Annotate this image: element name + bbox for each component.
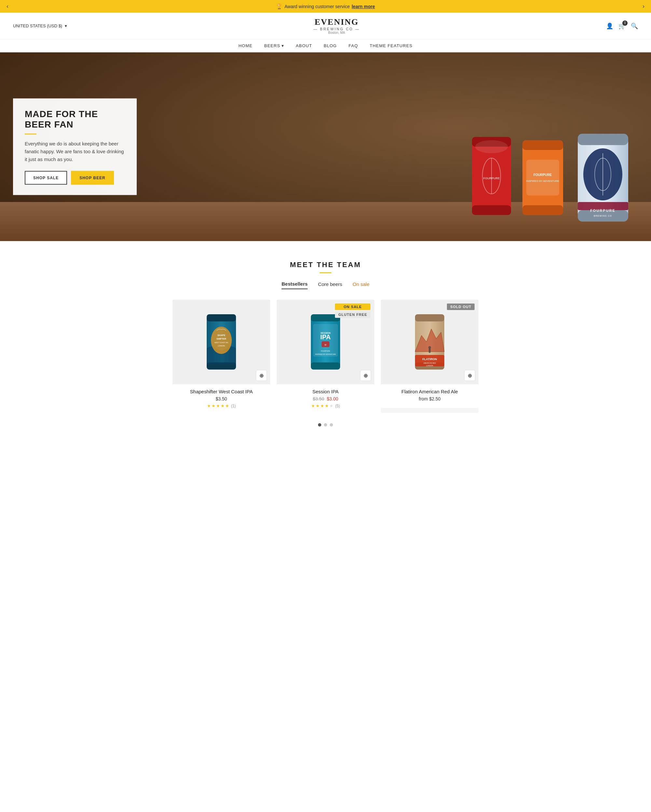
session-ipa-price: $3.50 $3.00 [282,396,369,401]
session-ipa-rating: ★ ★ ★ ★ ★ (5) [282,403,369,408]
pagination-dots [13,423,638,426]
beer-can-orange: FOURPURE INSPIRED BY ADVENTURE [519,134,566,221]
star-2: ★ [212,403,215,408]
shapeshifter-info: Shapeshifter West Coast IPA $3.50 ★ ★ ★ … [173,384,270,413]
svg-rect-47 [429,348,431,353]
svg-text:LONDON: LONDON [218,345,225,347]
session-ipa-cart-button[interactable]: ⊕ [360,370,371,381]
star-2: ★ [316,403,319,408]
svg-rect-9 [523,205,563,215]
hero-title: MADE FOR THE BEER FAN [25,109,125,130]
hero-title-underline [25,134,37,135]
header-currency[interactable]: UNITED STATES (USD $) ▾ [13,23,67,28]
hero-section: FOURPURE FOURPURE INSPIRED BY ADVENTURE [0,52,651,241]
star-3: ★ [216,403,220,408]
nav-beers[interactable]: BEERS ▾ [264,43,284,48]
pagination-dot-3[interactable] [330,423,333,426]
search-icon: 🔍 [631,23,638,29]
svg-rect-10 [526,160,559,195]
svg-rect-14 [578,134,628,145]
announcement-link[interactable]: learn more [351,4,375,9]
flatiron-badges: SOLD OUT [447,304,475,310]
nav-home[interactable]: HOME [238,43,252,48]
shapeshifter-can-image: SHAPE SHIFTER WEST COAST IPA LONDON [202,309,241,374]
cart-add-icon-2: ⊕ [364,372,368,379]
announcement-bar: ‹ 🏆 Award winning customer service learn… [0,0,651,13]
announcement-label: Award winning customer service [284,4,350,9]
cart-add-icon-3: ⊕ [468,372,472,379]
svg-text:LONDON: LONDON [426,365,433,366]
product-tabs: Bestsellers Core beers On sale [13,281,638,289]
pagination-dot-2[interactable] [324,423,327,426]
shapeshifter-price: $3.50 [178,396,265,401]
star-4: ★ [325,403,329,408]
svg-text:FLATIRON: FLATIRON [422,357,437,361]
star-1: ★ [207,403,211,408]
session-ipa-sale-price: $3.00 [327,396,338,401]
flatiron-cart-button[interactable]: ⊕ [464,370,475,381]
svg-text:FOURPURE: FOURPURE [590,209,616,212]
shapeshifter-review-count: (1) [231,404,236,408]
currency-dropdown-icon: ▾ [65,23,67,28]
flatiron-price: from $2.50 [386,396,473,401]
sold-out-badge: SOLD OUT [447,304,475,310]
meet-title: MEET THE TEAM [13,261,638,269]
svg-rect-8 [523,140,563,150]
svg-text:FOURPURE: FOURPURE [321,350,330,352]
svg-text:AMERICAN RED: AMERICAN RED [423,362,436,364]
svg-text:IPA: IPA [320,333,331,340]
trophy-icon: 🏆 [276,3,283,9]
cart-add-icon: ⊕ [260,372,264,379]
tab-on-sale[interactable]: On sale [353,281,370,289]
tab-core-beers[interactable]: Core beers [318,281,342,289]
account-button[interactable]: 👤 [606,23,613,30]
star-5-half: ★ [329,403,333,408]
header: UNITED STATES (USD $) ▾ Evening — BREWIN… [0,13,651,40]
flatiron-info: Flatiron American Red Ale from $2.50 [381,384,478,408]
site-logo[interactable]: Evening — BREWING CO — Boston, MA [313,17,360,35]
announcement-prev-button[interactable]: ‹ [6,3,8,10]
svg-text:SHIFTER: SHIFTER [217,338,226,340]
nav-faq[interactable]: FAQ [348,43,358,48]
shop-beer-button[interactable]: SHOP BEER [71,171,114,185]
star-3: ★ [320,403,324,408]
products-grid: SHAPE SHIFTER WEST COAST IPA LONDON ⊕ Sh… [13,300,638,413]
hero-description: Everything we do is about keeping the be… [25,140,125,163]
session-ipa-info: Session IPA $3.50 $3.00 ★ ★ ★ ★ ★ (5) [277,384,374,413]
logo-name: Evening [313,17,360,27]
product-image-shapeshifter: SHAPE SHIFTER WEST COAST IPA LONDON ⊕ [173,300,270,384]
cart-button[interactable]: 🛒 0 [619,23,626,30]
shapeshifter-cart-button[interactable]: ⊕ [256,370,267,381]
svg-point-25 [211,327,232,354]
svg-rect-23 [207,314,236,321]
announcement-text: 🏆 Award winning customer service learn m… [276,3,375,9]
hero-background: FOURPURE FOURPURE INSPIRED BY ADVENTURE [0,52,651,241]
svg-text:S!: S! [324,344,327,346]
on-sale-badge: ON SALE [335,304,370,310]
svg-text:FOURPURE: FOURPURE [483,177,500,180]
hero-content-card: MADE FOR THE BEER FAN Everything we do i… [13,99,137,195]
search-button[interactable]: 🔍 [631,23,638,30]
meet-title-underline [319,272,332,273]
nav-blog[interactable]: BLOG [324,43,337,48]
svg-rect-32 [311,362,340,369]
announcement-next-button[interactable]: › [643,3,645,10]
hero-cans: FOURPURE FOURPURE INSPIRED BY ADVENTURE [228,52,651,241]
meet-section: MEET THE TEAM Bestsellers Core beers On … [0,241,651,440]
nav-beers-label: BEERS [264,43,280,48]
nav-about[interactable]: ABOUT [296,43,312,48]
svg-rect-2 [472,205,511,215]
svg-text:FOURPURE: FOURPURE [533,173,552,177]
shop-sale-button[interactable]: SHOP SALE [25,171,67,185]
svg-rect-41 [415,314,444,321]
user-icon: 👤 [606,23,613,29]
tab-bestsellers[interactable]: Bestsellers [281,281,307,289]
flatiron-name: Flatiron American Red Ale [386,389,473,394]
pagination-dot-1[interactable] [318,423,321,426]
logo-location: Boston, MA [313,31,360,35]
product-card-flatiron: SOLD OUT [381,300,478,413]
star-1: ★ [311,403,315,408]
shapeshifter-name: Shapeshifter West Coast IPA [178,389,265,394]
session-ipa-name: Session IPA [282,389,369,394]
nav-theme-features[interactable]: THEME FEATURES [370,43,413,48]
